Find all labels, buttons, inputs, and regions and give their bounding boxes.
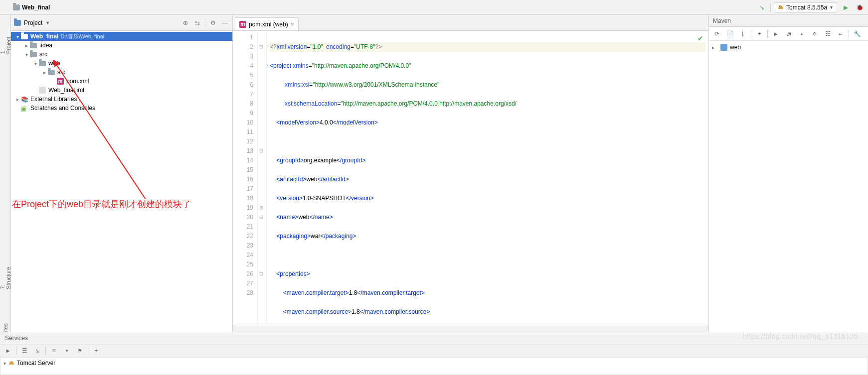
tree-iml[interactable]: Web_final.iml [11,86,232,95]
services-run-icon[interactable]: ▶ [3,346,13,356]
run-config-label: Tomcat 8.5.55a [786,4,827,11]
code-editor[interactable]: <?xml version="1.0" encoding="UTF-8"?> <… [267,31,708,326]
maven-project-icon [720,44,727,51]
services-expand-icon[interactable]: ⇲ [32,346,42,356]
inspection-ok-icon: ✔ [697,34,703,43]
debug-button[interactable]: 🐞 [854,2,865,13]
reload-icon[interactable]: ⟳ [712,29,722,39]
line-number-gutter: 12345 678910 1112131415 1617181920 21222… [233,31,258,326]
services-group-icon[interactable]: ≡ [49,346,59,356]
collapse-icon[interactable]: ⇤ [836,29,846,39]
watermark-text: https://blog.csdn.net/qq_31318135 [743,332,858,340]
breadcrumb[interactable]: Web_final [3,4,50,11]
close-icon[interactable]: × [291,21,294,28]
tree-pom[interactable]: m pom.xml [11,77,232,86]
services-filter-icon[interactable]: ▾ [62,346,72,356]
services-tomcat-row[interactable]: ▾ Tomcat Server [3,359,865,368]
chevron-down-icon[interactable]: ▼ [45,20,50,25]
tree-idea[interactable]: ▸ .idea [11,41,232,50]
wrench-icon[interactable]: 🔧 [852,29,862,39]
fold-gutter[interactable]: ⊟ ⊟ ⊟⊟ ⊟ [258,31,267,326]
gear-icon[interactable]: ⚙ [208,18,217,27]
project-panel-title: Project [24,19,42,26]
editor-tab-label: pom.xml (web) [249,21,288,28]
run-button[interactable]: ▶ [840,2,851,13]
tree-root[interactable]: ▾ Web_final D:\音乐\Web_final [11,32,232,41]
services-panel-title[interactable]: Services [0,333,868,344]
toggle-offline-icon[interactable]: ✦ [797,29,807,39]
services-tree-icon[interactable]: ☰ [19,346,29,356]
add-icon[interactable]: + [754,29,764,39]
project-icon [14,20,21,26]
download-icon[interactable]: ⭳ [738,29,748,39]
tree-web[interactable]: ▾ web [11,59,232,68]
maven-project-row[interactable]: ▸ web [712,43,865,52]
services-add-icon[interactable]: + [91,346,101,356]
sidebar-tab-favorites[interactable]: ites [1,321,9,334]
execute-goal-icon[interactable]: m [784,29,794,39]
services-tree[interactable]: ▾ Tomcat Server [0,357,868,375]
show-deps-icon[interactable]: ☷ [823,29,833,39]
hide-icon[interactable]: — [220,18,229,27]
tree-web-src[interactable]: ▸ src [11,68,232,77]
skip-tests-icon[interactable]: ⊘ [810,29,820,39]
tree-src[interactable]: ▾ src [11,50,232,59]
build-icon[interactable]: ↘ [756,2,767,13]
tomcat-icon [8,360,15,367]
tree-scratches[interactable]: ▣ Scratches and Consoles [11,104,232,113]
chevron-down-icon: ▼ [829,5,834,10]
run-maven-icon[interactable]: ▶ [771,29,781,39]
tree-ext-lib[interactable]: ▸📚 External Libraries [11,95,232,104]
maven-tree[interactable]: ▸ web [709,41,868,333]
tomcat-icon [777,4,784,11]
maven-file-icon: m [239,21,246,28]
run-config-dropdown[interactable]: Tomcat 8.5.55a ▼ [774,2,837,12]
sidebar-tab-structure[interactable]: 7: Structure [0,265,12,291]
project-tree[interactable]: ▾ Web_final D:\音乐\Web_final ▸ .idea ▾ sr… [11,31,232,333]
expand-icon[interactable]: ⇆ [193,18,202,27]
maven-panel-title: Maven [709,15,868,27]
services-flag-icon[interactable]: ⚑ [75,346,85,356]
annotation-text: 在Project下的web目录就是刚才创建的模块了 [12,198,191,210]
breadcrumb-root: Web_final [22,4,50,11]
editor-tab-pom[interactable]: m pom.xml (web) × [235,17,299,30]
sidebar-tab-project[interactable]: 1: Project [0,35,12,56]
generate-sources-icon[interactable]: 📄 [725,29,735,39]
horizontal-scrollbar[interactable] [233,326,708,333]
folder-icon [13,4,20,10]
locate-icon[interactable]: ⊕ [181,18,190,27]
